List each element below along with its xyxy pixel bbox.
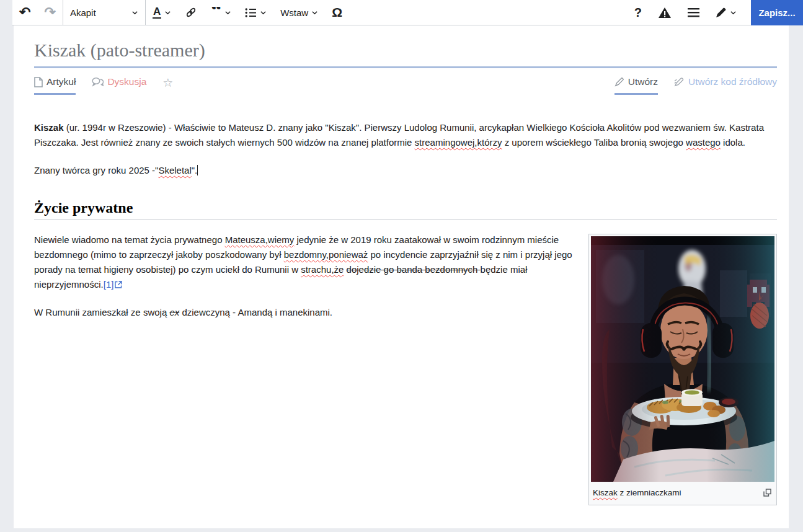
- struck-text: dojedzie go banda bezdomnych: [347, 264, 481, 275]
- page-title[interactable]: Kiszak (pato-streamer): [34, 40, 777, 68]
- paragraph-text: dziewczyną - Amandą i manekinami.: [179, 307, 332, 317]
- caption-text: Kiszak z ziemniaczkami: [593, 487, 681, 498]
- article-thumbnail[interactable]: Kiszak z ziemniaczkami: [588, 234, 777, 505]
- edit-surface: Kiszak (pato-streamer) Artykuł: [14, 25, 789, 528]
- misspelled-word: Mateusza,wiemy: [225, 234, 295, 245]
- thumbnail-caption: Kiszak z ziemniaczkami: [591, 482, 774, 503]
- pencil-icon: [716, 7, 727, 18]
- chevron-down-icon: [311, 9, 318, 16]
- paragraph-format-value: Akapit: [70, 7, 96, 18]
- misspelled-word: Kiszak: [593, 488, 618, 497]
- paragraph-text: ".: [192, 165, 198, 175]
- tab-create-source[interactable]: Utwórz kod źródłowy: [674, 76, 777, 93]
- redo-button[interactable]: ↷: [37, 0, 62, 25]
- editor-mode-switch[interactable]: [708, 0, 745, 25]
- article-page-icon: [34, 77, 43, 87]
- tab-article[interactable]: Artykuł: [34, 76, 76, 95]
- talk-bubbles-icon: [92, 77, 104, 87]
- insert-menu-label: Wstaw: [280, 7, 308, 18]
- toolbar-left-group: ↶ ↷ Akapit A: [12, 0, 349, 25]
- chevron-down-icon: [164, 9, 171, 16]
- tab-create-label: Utwórz: [628, 76, 658, 87]
- quote-button[interactable]: “: [204, 0, 238, 25]
- list-button[interactable]: [238, 0, 273, 25]
- help-button[interactable]: ?: [626, 0, 650, 25]
- hamburger-menu-icon: [688, 8, 699, 17]
- wikitext-pencil-icon: [674, 77, 685, 87]
- notices-button[interactable]: [650, 0, 680, 25]
- edit-pencil-icon: [614, 77, 624, 87]
- chevron-down-icon: [260, 9, 267, 16]
- undo-button[interactable]: ↶: [12, 0, 37, 25]
- tab-discussion-label: Dyskusja: [107, 76, 146, 87]
- tab-create-source-label: Utwórz kod źródłowy: [688, 76, 777, 87]
- link-button[interactable]: [178, 0, 204, 25]
- editor-toolbar: ↶ ↷ Akapit A: [12, 0, 803, 25]
- lead-text: idola.: [721, 137, 745, 148]
- toolbar-right-group: ? Zapisz...: [626, 0, 803, 25]
- special-character-button[interactable]: Ω: [325, 0, 349, 25]
- document-content[interactable]: Kiszak (ur. 1994r w Rzeszowie) - Właściw…: [34, 120, 777, 320]
- paragraph-text: Znany twórca gry roku 2025 -": [34, 165, 158, 175]
- text-style-icon: A: [153, 6, 161, 19]
- reference-link[interactable]: [1]: [104, 279, 114, 290]
- tab-create[interactable]: Utwórz: [614, 76, 658, 95]
- struck-italic-text: ex: [169, 307, 179, 317]
- paragraph-format-dropdown[interactable]: Akapit: [63, 0, 145, 25]
- warning-icon: [658, 7, 672, 19]
- visual-editor-window: ↶ ↷ Akapit A: [0, 0, 803, 532]
- second-paragraph[interactable]: Znany twórca gry roku 2025 -"Skeletal".: [34, 163, 777, 178]
- external-link-icon: [115, 281, 122, 288]
- subject-bold: Kiszak: [34, 122, 64, 133]
- chevron-down-icon: [730, 9, 737, 16]
- misspelled-word: Skeletal: [158, 165, 191, 175]
- chevron-down-icon: [224, 9, 231, 16]
- text-style-button[interactable]: A: [146, 0, 178, 25]
- misspelled-word: wastego: [686, 137, 721, 148]
- expand-icon: [763, 489, 771, 497]
- text-cursor: [197, 165, 198, 175]
- omega-icon: Ω: [332, 5, 342, 20]
- tab-discussion[interactable]: Dyskusja: [92, 76, 146, 93]
- bullet-list-icon: [245, 7, 257, 18]
- insert-menu-button[interactable]: Wstaw: [273, 0, 325, 25]
- misspelled-word: streamingowej,którzy: [415, 137, 502, 148]
- lead-paragraph[interactable]: Kiszak (ur. 1994r w Rzeszowie) - Właściw…: [34, 120, 777, 150]
- misspelled-word: strachu,że: [301, 264, 344, 275]
- expand-thumbnail-button[interactable]: [762, 487, 773, 500]
- help-icon: ?: [634, 6, 642, 20]
- page-options-button[interactable]: [680, 0, 708, 25]
- kiszak-photo: [591, 236, 774, 482]
- tab-article-label: Artykuł: [47, 76, 76, 87]
- redo-icon: ↷: [44, 6, 55, 19]
- link-icon: [185, 6, 197, 19]
- misspelled-word: bezdomny,ponieważ: [284, 249, 368, 260]
- page-tabs: Artykuł Dyskusja ☆: [34, 76, 777, 99]
- quote-icon: “: [211, 7, 221, 18]
- lead-text: z uporem wściekłego Taliba bronią swojeg…: [502, 137, 686, 148]
- save-button[interactable]: Zapisz...: [751, 0, 803, 25]
- watch-star-icon[interactable]: ☆: [162, 76, 173, 89]
- paragraph-text: W Rumunii zamieszkał ze swoją: [34, 307, 169, 317]
- undo-icon: ↶: [19, 6, 30, 19]
- paragraph-text: Niewiele wiadomo na temat życia prywatne…: [34, 234, 225, 245]
- chevron-down-icon: [131, 9, 138, 16]
- section-heading[interactable]: Życie prywatne: [34, 200, 777, 220]
